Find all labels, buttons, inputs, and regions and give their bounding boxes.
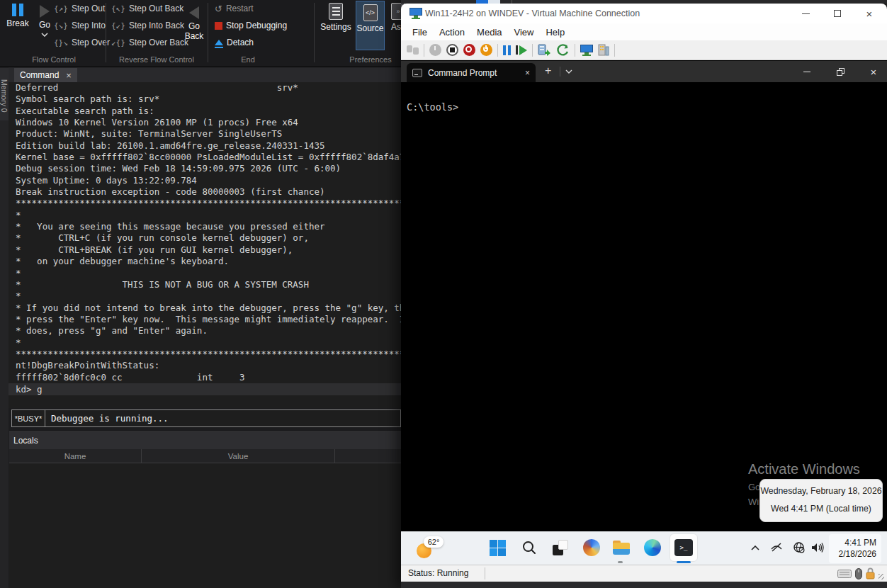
step-into-back-button[interactable]: {↙} Step Into Back [111, 19, 184, 32]
menu-file[interactable]: File [412, 27, 427, 38]
detach-button[interactable]: Detach [215, 36, 254, 49]
running-indicator [618, 561, 623, 563]
command-output: Deferred srv* Symbol search path is: srv… [9, 82, 401, 408]
close-button[interactable]: × [858, 4, 881, 23]
step-out-icon: {↗} [54, 4, 68, 13]
settings-button[interactable]: Settings [319, 3, 353, 32]
stop-debugging-button[interactable]: Stop Debugging [215, 19, 287, 32]
debugger-command-input[interactable]: Debuggee is running... [45, 410, 400, 426]
source-button[interactable]: </> Source [356, 1, 385, 50]
menu-view[interactable]: View [514, 27, 534, 38]
locals-column-name[interactable]: Name [9, 449, 142, 463]
left-dock-strip [0, 67, 9, 588]
close-icon[interactable]: × [66, 70, 72, 81]
tab-command[interactable]: Command × [14, 68, 77, 82]
step-over-button[interactable]: {}↘ Step Over [54, 36, 110, 49]
step-into-button[interactable]: {↘} Step Into [54, 19, 106, 32]
toolbar-separator [614, 44, 615, 57]
tab-memory-0[interactable]: Memory 0 [0, 68, 9, 120]
active-app-indicator [677, 561, 691, 563]
windows-logo-icon [490, 540, 506, 556]
stop-vm-icon[interactable] [446, 44, 458, 56]
start-button[interactable] [487, 538, 507, 558]
copilot-button[interactable] [582, 538, 601, 558]
busy-badge: *BUSY* [12, 410, 45, 426]
break-button[interactable]: Break [4, 4, 31, 28]
maximize-button[interactable] [826, 4, 849, 23]
tray-date: 2/18/2026 [829, 548, 876, 560]
group-label-flow-control: Flow Control [32, 55, 76, 64]
step-over-back-button[interactable]: ↙{} Step Over Back [111, 36, 188, 49]
resume-vm-icon[interactable] [516, 45, 527, 55]
resize-grip[interactable] [878, 574, 884, 579]
locals-column-value[interactable]: Value [142, 449, 335, 463]
vm-window-title: Win11-24H2 on WINDEV - Virtual Machine C… [425, 4, 640, 23]
window-bottom-edge [401, 582, 887, 588]
vm-toolbar [401, 40, 887, 60]
locals-body [9, 463, 401, 588]
task-view-button[interactable] [550, 538, 570, 558]
menu-help[interactable]: Help [546, 27, 565, 38]
revert-icon[interactable] [557, 44, 570, 57]
shut-down-icon[interactable] [480, 44, 492, 56]
status-separator [485, 567, 485, 579]
mouse-status-icon [855, 568, 862, 579]
taskbar-clock[interactable]: 4:41 PM 2/18/2026 [829, 534, 881, 563]
privacy-indicator-button[interactable] [767, 538, 786, 558]
edge-button[interactable] [643, 538, 662, 558]
tab-dropdown-chevron-icon[interactable] [565, 69, 572, 74]
step-out-back-button[interactable]: {↖} Step Out Back [111, 2, 183, 15]
locals-column-extra [335, 449, 401, 463]
task-view-icon [553, 540, 568, 555]
terminal-minimize-button[interactable] [795, 61, 819, 82]
enhanced-session-icon[interactable] [580, 45, 593, 56]
network-button[interactable] [789, 538, 809, 558]
search-button[interactable] [519, 538, 539, 558]
step-over-icon: {}↘ [54, 38, 68, 47]
debugger-input-row: *BUSY* Debuggee is running... [11, 409, 401, 427]
hidden-icons-button[interactable] [745, 538, 765, 558]
terminal-prompt[interactable]: C:\tools> [407, 101, 458, 113]
step-out-button[interactable]: {↗} Step Out [54, 2, 105, 15]
terminal-tab-command-prompt[interactable]: Command Prompt × [407, 63, 536, 82]
tray-time: 4:41 PM [829, 537, 876, 548]
speaker-icon [810, 542, 825, 553]
restart-button[interactable]: ↺ Restart [215, 2, 254, 15]
turn-off-icon[interactable] [463, 44, 475, 56]
locals-panel-title: Locals [9, 432, 401, 449]
new-tab-icon[interactable]: + [545, 64, 551, 77]
terminal-restore-button[interactable] [828, 61, 852, 82]
menu-action[interactable]: Action [439, 27, 465, 38]
vm-settings-icon[interactable] [598, 44, 609, 56]
keyboard-status-icon [837, 570, 852, 578]
break-pause-icon [12, 4, 23, 16]
toolbar-separator [424, 44, 424, 57]
vm-menu-bar: File Action Media View Help [401, 23, 887, 40]
step-into-back-icon: {↙} [111, 21, 125, 30]
file-explorer-icon [613, 541, 630, 555]
weather-widget[interactable]: 62° [415, 536, 449, 562]
menu-media[interactable]: Media [477, 27, 502, 38]
terminal-close-button[interactable]: × [861, 61, 886, 82]
volume-button[interactable] [808, 538, 827, 558]
windbg-window: Break Go {↗} Step Out {↘} Step Into {}↘ … [0, 0, 401, 588]
no-internet-globe-icon [793, 541, 806, 554]
group-label-end: End [241, 55, 255, 64]
go-back-button[interactable]: Go Back [180, 6, 208, 41]
pause-vm-icon[interactable] [503, 45, 511, 55]
ctrl-alt-del-icon[interactable] [407, 45, 419, 55]
checkpoint-icon[interactable] [538, 44, 552, 57]
weather-temperature: 62° [424, 536, 444, 548]
tab-close-icon[interactable]: × [525, 68, 530, 78]
group-label-reverse-flow-control: Reverse Flow Control [119, 55, 194, 64]
file-explorer-button[interactable] [611, 538, 631, 558]
start-vm-icon[interactable] [429, 44, 441, 56]
go-chevron-down-icon[interactable] [41, 33, 48, 37]
windbg-ribbon: Break Go {↗} Step Out {↘} Step Into {}↘ … [0, 0, 401, 67]
group-divider [106, 3, 106, 62]
go-button[interactable]: Go [33, 5, 57, 37]
command-tab-bar: Command × [9, 67, 401, 82]
command-prompt-line: kd> g [9, 383, 401, 395]
minimize-button[interactable] [794, 4, 817, 23]
terminal-taskbar-button[interactable]: >_ [670, 533, 698, 562]
